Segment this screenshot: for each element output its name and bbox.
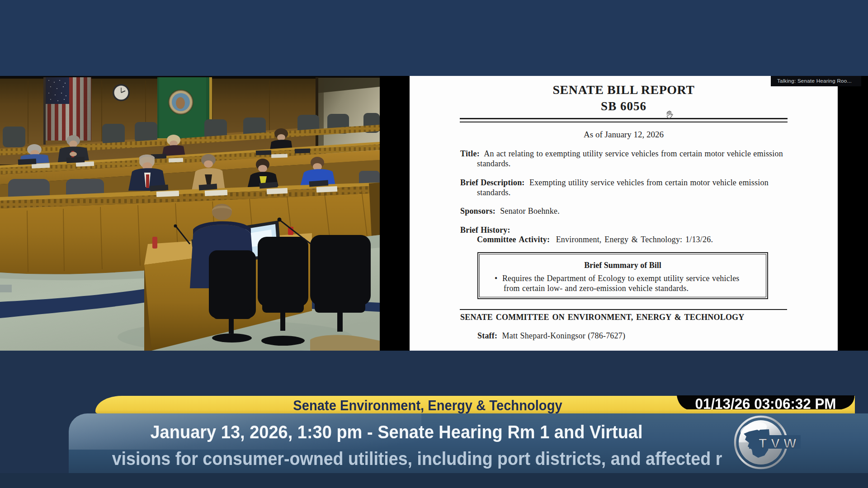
svg-text:W: W [783,436,797,450]
svg-text:V: V [771,436,780,450]
svg-text:T: T [759,436,767,450]
